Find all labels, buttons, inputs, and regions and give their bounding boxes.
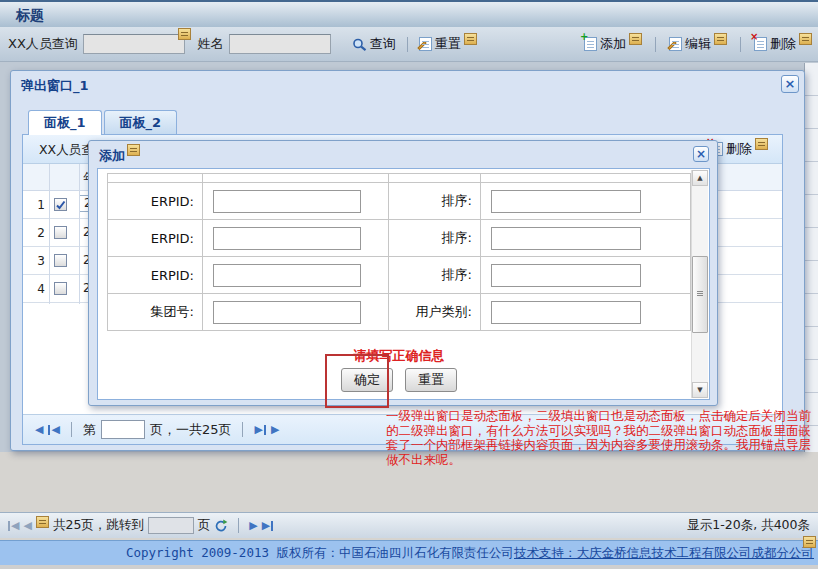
- search-button[interactable]: 查询: [352, 35, 396, 53]
- bar-icon: [264, 425, 266, 435]
- form-cell: [481, 174, 690, 182]
- separator: [407, 37, 408, 52]
- grid-vline: [49, 164, 50, 304]
- query-input[interactable]: [83, 34, 185, 54]
- name-input[interactable]: [229, 34, 331, 54]
- sort-input[interactable]: [491, 227, 641, 250]
- separator: [655, 37, 656, 52]
- last-page-icon: [262, 520, 270, 532]
- user-type-input[interactable]: [491, 301, 641, 324]
- row-checkbox[interactable]: [54, 282, 67, 295]
- form-cell: [481, 183, 690, 219]
- note-icon[interactable]: [36, 516, 49, 528]
- first-page-button[interactable]: [48, 424, 59, 436]
- row-number: 3: [29, 254, 45, 268]
- bar-icon: [48, 425, 50, 435]
- grid-vline: [79, 164, 80, 304]
- copyright-text: Copyright 2009-2013 版权所有：中国石油四川石化有限责任公司: [126, 545, 514, 562]
- page-suffix-label: 页: [198, 517, 211, 534]
- bottom-pagination-bar: 共25页，跳转到 页 显示1-20条, 共400条: [0, 512, 818, 538]
- search-button-label: 查询: [370, 35, 396, 53]
- tab-panel-1[interactable]: 面板_1: [28, 110, 102, 135]
- popup2-close-icon[interactable]: [693, 146, 709, 162]
- bar-icon: [271, 521, 273, 531]
- form-cell: 排序:: [389, 183, 481, 219]
- popup1-close-icon[interactable]: [781, 75, 799, 93]
- popup1-page-input[interactable]: [101, 420, 145, 439]
- form-cell: [203, 257, 389, 293]
- row-checkbox[interactable]: [54, 226, 67, 239]
- refresh-icon[interactable]: [214, 519, 228, 533]
- note-icon[interactable]: [714, 33, 727, 45]
- sort-input[interactable]: [491, 190, 641, 213]
- form-cell: 排序:: [389, 220, 481, 256]
- erpid-label: ERPID:: [151, 194, 194, 209]
- display-info: 显示1-20条, 共400条: [687, 517, 810, 534]
- erpid-input[interactable]: [213, 227, 361, 250]
- separator: [238, 518, 239, 533]
- first-page-icon: [11, 520, 19, 532]
- note-icon[interactable]: [127, 144, 140, 156]
- popup1-delete-button[interactable]: × 删除: [710, 140, 768, 158]
- form-row-clipped: [108, 174, 690, 183]
- scrollbar-thumb[interactable]: [692, 256, 708, 333]
- first-page-button[interactable]: [8, 520, 19, 532]
- last-page-icon: [254, 424, 262, 436]
- search-group: XX人员查询 姓名 查询 重置: [8, 27, 477, 61]
- form-row: ERPID: 排序:: [108, 257, 690, 294]
- note-icon[interactable]: [178, 28, 191, 40]
- popup-window-add: 添加 ERPID: 排序: ERPID:: [88, 140, 718, 406]
- pencil-icon: [417, 41, 426, 50]
- form-cell: [389, 174, 481, 182]
- sort-label: 排序:: [442, 192, 472, 210]
- tab-panel-2[interactable]: 面板_2: [104, 110, 178, 134]
- next-page-icon[interactable]: [249, 520, 257, 532]
- note-icon[interactable]: [629, 33, 642, 45]
- row-number: 1: [29, 198, 45, 212]
- main-toolbar: XX人员查询 姓名 查询 重置 + 添加: [0, 27, 818, 62]
- app-window: 标题 XX人员查询 姓名 查询 重置 + 添加: [0, 0, 818, 569]
- scroll-down-icon[interactable]: [692, 382, 708, 398]
- separator: [740, 37, 741, 52]
- row-checkbox[interactable]: [54, 254, 67, 267]
- sort-input[interactable]: [491, 264, 641, 287]
- pager-suffix: 页，一共25页: [150, 421, 232, 439]
- user-type-label: 用户类别:: [416, 303, 472, 321]
- prev-page-icon[interactable]: [35, 424, 43, 436]
- add-button[interactable]: + 添加: [584, 35, 642, 53]
- erpid-input[interactable]: [213, 264, 361, 287]
- note-icon[interactable]: [803, 536, 816, 548]
- separator: [242, 422, 243, 437]
- note-icon[interactable]: [755, 138, 768, 150]
- form-scrollbar[interactable]: [691, 170, 708, 398]
- group-no-input[interactable]: [213, 301, 361, 324]
- scroll-up-icon[interactable]: [692, 170, 708, 186]
- jump-label: 共25页，跳转到: [53, 517, 144, 534]
- note-icon[interactable]: [799, 33, 812, 45]
- name-label: 姓名: [198, 35, 224, 53]
- jump-page-input[interactable]: [148, 517, 194, 534]
- sort-label: 排序:: [442, 266, 472, 284]
- support-link[interactable]: 技术支持：大庆金桥信息技术工程有限公司成都分公司: [514, 545, 814, 562]
- edit-button[interactable]: 编辑: [669, 35, 727, 53]
- form-reset-button[interactable]: 重置: [405, 368, 457, 392]
- add-icon: +: [584, 37, 597, 51]
- row-checkbox-checked[interactable]: [54, 198, 67, 211]
- form-cell: ERPID:: [108, 183, 203, 219]
- ok-button[interactable]: 确定: [341, 368, 393, 392]
- erpid-input[interactable]: [213, 190, 361, 213]
- prev-page-icon[interactable]: [23, 520, 31, 532]
- delete-button-label: 删除: [770, 35, 796, 53]
- last-page-button[interactable]: [262, 520, 273, 532]
- form-cell: [481, 220, 690, 256]
- note-icon[interactable]: [464, 33, 477, 45]
- popup1-pagination-bar: 第 页，一共25页: [23, 414, 782, 444]
- next-page-icon[interactable]: [271, 424, 279, 436]
- group-no-label: 集团号:: [151, 303, 194, 321]
- search-icon: [352, 37, 367, 52]
- delete-button[interactable]: × 删除: [754, 35, 812, 53]
- form-cell: [481, 294, 690, 330]
- form-row: 集团号: 用户类别:: [108, 294, 690, 331]
- reset-button[interactable]: 重置: [419, 35, 477, 53]
- last-page-button[interactable]: [254, 424, 265, 436]
